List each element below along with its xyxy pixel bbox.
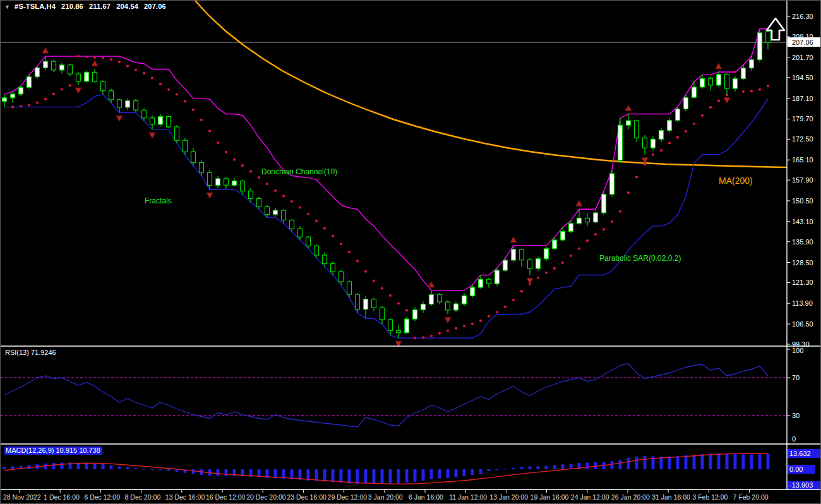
svg-text:8 Dec 20:00: 8 Dec 20:00 bbox=[125, 493, 161, 501]
svg-text:165.10: 165.10 bbox=[792, 156, 813, 164]
svg-text:29 Dec 12:00: 29 Dec 12:00 bbox=[328, 493, 368, 501]
svg-text:6 Dec 12:00: 6 Dec 12:00 bbox=[84, 493, 120, 501]
svg-text:13 Dec 16:00: 13 Dec 16:00 bbox=[165, 493, 205, 501]
svg-text:187.10: 187.10 bbox=[792, 95, 813, 102]
fractals-label: Fractals bbox=[145, 196, 172, 205]
svg-text:150.50: 150.50 bbox=[792, 197, 813, 205]
svg-text:26 Jan 20:00: 26 Jan 20:00 bbox=[611, 493, 650, 501]
rsi-indicator-label: RSI(13) 71.9246 bbox=[5, 349, 56, 356]
svg-text:179.70: 179.70 bbox=[792, 115, 813, 123]
svg-text:30: 30 bbox=[792, 412, 800, 419]
ohlc-high: 211.67 bbox=[89, 3, 111, 10]
svg-text:13.632: 13.632 bbox=[789, 450, 811, 457]
svg-text:201.70: 201.70 bbox=[792, 54, 813, 61]
svg-text:16 Dec 12:00: 16 Dec 12:00 bbox=[206, 493, 246, 501]
svg-text:1 Dec 16:00: 1 Dec 16:00 bbox=[44, 493, 80, 501]
svg-text:11 Jan 12:00: 11 Jan 12:00 bbox=[449, 493, 487, 501]
chart-header: ▼#S-TSLA,H4210.86211.67204.54207.06 bbox=[4, 3, 166, 10]
macd-indicator-label: MACD(12,26,9) 10.915 10.738 bbox=[4, 447, 102, 455]
svg-text:172.50: 172.50 bbox=[792, 135, 813, 143]
svg-text:-13.903: -13.903 bbox=[789, 481, 813, 489]
svg-text:128.50: 128.50 bbox=[792, 259, 813, 267]
svg-text:7 Feb 20:00: 7 Feb 20:00 bbox=[733, 493, 769, 501]
svg-text:0: 0 bbox=[792, 435, 796, 443]
svg-text:135.90: 135.90 bbox=[792, 238, 813, 246]
svg-text:70: 70 bbox=[792, 374, 800, 381]
svg-text:100: 100 bbox=[792, 347, 803, 354]
parabolic-sar-label: Parabolic SAR(0.02,0.2) bbox=[599, 254, 681, 263]
svg-text:6 Jan 16:00: 6 Jan 16:00 bbox=[409, 493, 443, 501]
svg-text:106.50: 106.50 bbox=[792, 320, 813, 328]
svg-text:113.90: 113.90 bbox=[792, 299, 813, 307]
svg-text:28 Nov 2022: 28 Nov 2022 bbox=[3, 493, 41, 501]
svg-text:20 Dec 20:00: 20 Dec 20:00 bbox=[246, 493, 286, 501]
svg-text:121.30: 121.30 bbox=[792, 279, 813, 286]
ohlc-close: 207.06 bbox=[144, 3, 166, 10]
svg-text:3 Feb 12:00: 3 Feb 12:00 bbox=[692, 493, 728, 501]
svg-text:157.90: 157.90 bbox=[792, 176, 813, 184]
svg-text:143.10: 143.10 bbox=[792, 218, 813, 225]
ohlc-low: 204.54 bbox=[116, 3, 138, 10]
ohlc-open: 210.86 bbox=[61, 3, 83, 10]
svg-text:13 Jan 20:00: 13 Jan 20:00 bbox=[489, 493, 528, 501]
collapse-triangle-icon[interactable]: ▼ bbox=[4, 4, 10, 10]
svg-text:24 Jan 12:00: 24 Jan 12:00 bbox=[571, 493, 609, 501]
svg-text:19 Jan 16:00: 19 Jan 16:00 bbox=[530, 493, 569, 501]
svg-text:216.30: 216.30 bbox=[792, 13, 813, 20]
mt4-chart-window: 216.30209.10201.70194.50187.10179.70172.… bbox=[0, 0, 821, 504]
ma200-label: MA(200) bbox=[719, 176, 753, 186]
chart-canvas[interactable]: 216.30209.10201.70194.50187.10179.70172.… bbox=[1, 1, 821, 504]
svg-text:31 Jan 16:00: 31 Jan 16:00 bbox=[652, 493, 690, 501]
svg-text:194.50: 194.50 bbox=[792, 74, 813, 81]
svg-text:0.00: 0.00 bbox=[789, 465, 803, 473]
svg-text:207.06: 207.06 bbox=[792, 39, 813, 46]
symbol-timeframe-label: #S-TSLA,H4 bbox=[15, 3, 56, 10]
svg-text:23 Dec 16:00: 23 Dec 16:00 bbox=[287, 493, 327, 501]
donchian-channel-label: Donchian Channel(10) bbox=[261, 167, 337, 176]
svg-text:3 Jan 20:00: 3 Jan 20:00 bbox=[368, 493, 403, 501]
